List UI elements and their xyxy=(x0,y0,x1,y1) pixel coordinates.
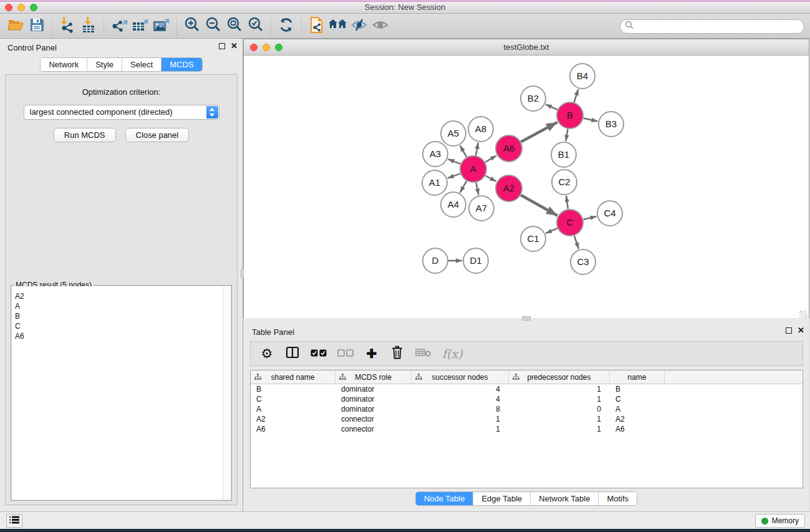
column-header-predecessor-nodes[interactable]: predecessor nodes xyxy=(509,370,610,384)
hide-graphics-details-button[interactable] xyxy=(349,16,370,37)
column-type-icon xyxy=(254,374,261,382)
function-builder-button[interactable]: f(x) xyxy=(442,346,463,362)
table-row[interactable]: Cdominator41C xyxy=(251,394,803,404)
search-input[interactable] xyxy=(634,22,790,31)
graph-edge-A-A4[interactable] xyxy=(460,181,466,193)
export-table-button[interactable] xyxy=(130,16,151,37)
desktop-background-strip xyxy=(0,529,810,532)
close-panel-button[interactable]: Close panel xyxy=(125,128,190,142)
tab-mcds[interactable]: MCDS xyxy=(161,58,201,71)
graph-edge-A-A5[interactable] xyxy=(460,145,466,157)
save-session-button[interactable] xyxy=(26,16,47,37)
network-graph[interactable]: B4B2BB3A8A5A6A3B1AA1C2A2A4A7C4CC1C3DD1 xyxy=(244,56,809,317)
network-window-titlebar[interactable]: testGlobe.txt xyxy=(244,39,809,56)
horizontal-split-divider[interactable] xyxy=(243,318,809,323)
export-network-button[interactable] xyxy=(108,16,130,37)
network-view-window: testGlobe.txt B4B2BB3A8A5A6A3B1AA1C2A2A4… xyxy=(243,39,809,318)
optimization-criterion-select[interactable]: largest connected component (directed) xyxy=(24,105,219,120)
graph-edge-A2-C[interactable] xyxy=(521,195,557,216)
table-cell-filler xyxy=(665,404,803,414)
delete-table-button[interactable] xyxy=(415,346,432,362)
mcds-result-item[interactable]: A6 xyxy=(12,331,231,341)
apply-layout-button[interactable] xyxy=(276,16,297,37)
table-row[interactable]: A6connector11A6 xyxy=(251,424,803,434)
deselect-all-button[interactable] xyxy=(337,346,354,362)
split-pane-handle[interactable] xyxy=(522,316,531,321)
graph-edge-C-C4[interactable] xyxy=(583,216,596,220)
graph-edge-B-B1[interactable] xyxy=(566,129,567,142)
minimize-window-button[interactable] xyxy=(17,4,25,11)
table-settings-button[interactable]: ⚙ xyxy=(259,346,274,362)
mcds-result-list[interactable]: A2ABCA6 xyxy=(12,286,231,500)
table-row[interactable]: Adominator80A xyxy=(251,404,803,414)
column-header-successor-nodes[interactable]: successor nodes xyxy=(412,370,509,384)
close-window-button[interactable] xyxy=(5,4,12,11)
float-panel-icon[interactable] xyxy=(786,327,792,334)
tab-edge-table[interactable]: Edge Table xyxy=(473,492,530,505)
graph-edge-A6-B[interactable] xyxy=(521,122,557,142)
memory-button[interactable]: Memory xyxy=(755,514,805,528)
select-all-button[interactable] xyxy=(311,346,327,362)
table-cell: A xyxy=(251,404,335,414)
show-column-button[interactable] xyxy=(285,346,300,362)
graph-node-label: A6 xyxy=(503,143,514,153)
graph-edge-A-A6[interactable] xyxy=(485,156,496,162)
graph-node-label: A3 xyxy=(430,148,441,159)
delete-column-button[interactable] xyxy=(390,346,405,362)
graph-edge-B-B3[interactable] xyxy=(584,118,598,122)
graph-edge-A-A2[interactable] xyxy=(485,176,496,182)
export-image-button[interactable] xyxy=(151,16,172,37)
graph-edge-C-C1[interactable] xyxy=(546,228,557,233)
close-panel-icon[interactable]: ✕ xyxy=(231,43,238,49)
run-mcds-button[interactable]: Run MCDS xyxy=(54,128,116,142)
graph-edge-C-C3[interactable] xyxy=(574,236,579,249)
column-header-mcds-role[interactable]: MCDS role xyxy=(335,370,412,384)
graph-edge-A-A1[interactable] xyxy=(448,173,461,178)
table-row[interactable]: A2connector11A2 xyxy=(251,414,803,424)
tab-network-table[interactable]: Network Table xyxy=(530,492,598,505)
network-canvas[interactable]: B4B2BB3A8A5A6A3B1AA1C2A2A4A7C4CC1C3DD1 xyxy=(244,56,809,320)
network-minimize-button[interactable] xyxy=(263,44,270,51)
mcds-result-item[interactable]: A xyxy=(12,301,231,311)
tab-node-table[interactable]: Node Table xyxy=(416,492,473,505)
column-header-name[interactable]: name xyxy=(610,370,665,384)
close-panel-icon[interactable]: ✕ xyxy=(798,327,804,334)
table-cell: connector xyxy=(335,414,412,424)
network-close-button[interactable] xyxy=(250,44,258,51)
create-column-button[interactable]: ✚ xyxy=(364,346,379,362)
result-scrollbar[interactable] xyxy=(223,286,231,500)
graph-edge-A-A3[interactable] xyxy=(448,159,460,164)
new-session-from-network-button[interactable] xyxy=(306,16,327,37)
mcds-result-item[interactable]: B xyxy=(12,311,231,321)
mcds-result-item[interactable]: A2 xyxy=(12,291,231,301)
zoom-in-button[interactable] xyxy=(181,16,203,37)
table-row[interactable]: Bdominator41B xyxy=(251,384,803,394)
graph-edge-A-A7[interactable] xyxy=(476,183,478,195)
tab-network[interactable]: Network xyxy=(41,58,87,71)
show-task-history-button[interactable] xyxy=(6,514,22,528)
zoom-selected-button[interactable] xyxy=(245,16,266,37)
open-file-button[interactable] xyxy=(5,16,26,37)
home-panels-button[interactable] xyxy=(327,16,349,37)
graph-edge-C-C2[interactable] xyxy=(566,196,568,209)
search-field[interactable] xyxy=(620,19,804,34)
graph-edge-B-B4[interactable] xyxy=(574,89,579,102)
tab-select[interactable]: Select xyxy=(122,58,161,71)
main-toolbar xyxy=(0,14,810,39)
import-table-button[interactable] xyxy=(78,16,99,37)
zoom-out-button[interactable] xyxy=(203,16,224,37)
graph-edge-B-B2[interactable] xyxy=(546,104,557,110)
mcds-result-item[interactable]: C xyxy=(12,321,231,331)
tab-motifs[interactable]: Motifs xyxy=(598,492,637,505)
graph-edge-A-A8[interactable] xyxy=(476,143,478,156)
show-graphics-details-button[interactable] xyxy=(370,16,391,37)
zoom-window-button[interactable] xyxy=(30,4,37,11)
import-network-button[interactable] xyxy=(57,16,78,37)
graph-node-label: D1 xyxy=(470,255,481,266)
zoom-fit-button[interactable] xyxy=(224,16,245,37)
float-panel-icon[interactable] xyxy=(219,43,225,49)
column-header-shared-name[interactable]: shared name xyxy=(251,370,335,384)
network-zoom-button[interactable] xyxy=(275,44,282,51)
graph-node-label: B1 xyxy=(558,149,569,160)
tab-style[interactable]: Style xyxy=(87,58,122,71)
